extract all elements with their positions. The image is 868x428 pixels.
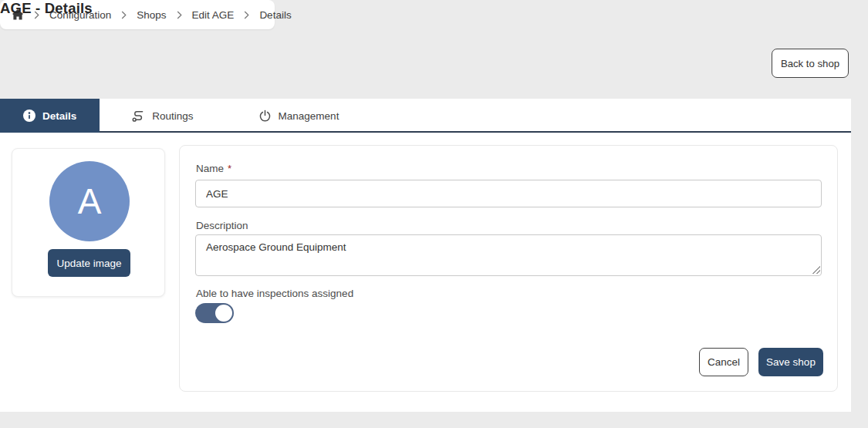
description-textarea[interactable]: Aerospace Ground Equipment <box>195 234 822 276</box>
shop-image-card: A Update image <box>12 148 165 297</box>
resize-handle[interactable] <box>812 265 820 274</box>
breadcrumb-item-edit-age[interactable]: Edit AGE <box>192 9 235 21</box>
back-to-shop-button[interactable]: Back to shop <box>772 49 849 78</box>
power-icon <box>258 110 272 123</box>
name-label: Name* <box>196 163 231 174</box>
tab-management[interactable]: Management <box>226 99 372 133</box>
tab-routings[interactable]: Routings <box>100 99 225 133</box>
toggle-knob <box>215 305 232 322</box>
shop-details-form: Name* Description Aerospace Ground Equip… <box>179 145 838 392</box>
inspections-toggle[interactable] <box>195 303 234 323</box>
page: Configuration Shops Edit AGE Details AGE… <box>0 0 868 428</box>
chevron-right-icon <box>121 11 127 19</box>
tab-routings-label: Routings <box>152 110 193 122</box>
tab-bar: Details Routings Management <box>0 99 851 133</box>
breadcrumb-item-shops[interactable]: Shops <box>137 9 166 21</box>
page-title: AGE - Details <box>0 0 93 17</box>
chevron-right-icon <box>177 11 182 19</box>
save-shop-button[interactable]: Save shop <box>758 348 823 376</box>
description-field-wrap: Aerospace Ground Equipment <box>195 234 822 276</box>
inspections-toggle-label: Able to have inspections assigned <box>196 288 353 299</box>
info-icon <box>23 110 35 122</box>
name-label-text: Name <box>196 163 224 174</box>
update-image-button[interactable]: Update image <box>48 249 130 277</box>
name-input[interactable] <box>195 180 822 207</box>
cancel-button[interactable]: Cancel <box>699 348 748 376</box>
tab-management-label: Management <box>279 110 339 122</box>
description-label: Description <box>196 220 248 231</box>
avatar-initial: A <box>78 180 102 222</box>
tab-details[interactable]: Details <box>0 99 100 133</box>
chevron-right-icon <box>244 11 249 19</box>
tab-details-label: Details <box>42 110 76 122</box>
required-marker: * <box>228 163 231 174</box>
avatar: A <box>49 161 130 241</box>
route-icon <box>132 110 145 123</box>
breadcrumb-item-details: Details <box>259 9 291 21</box>
